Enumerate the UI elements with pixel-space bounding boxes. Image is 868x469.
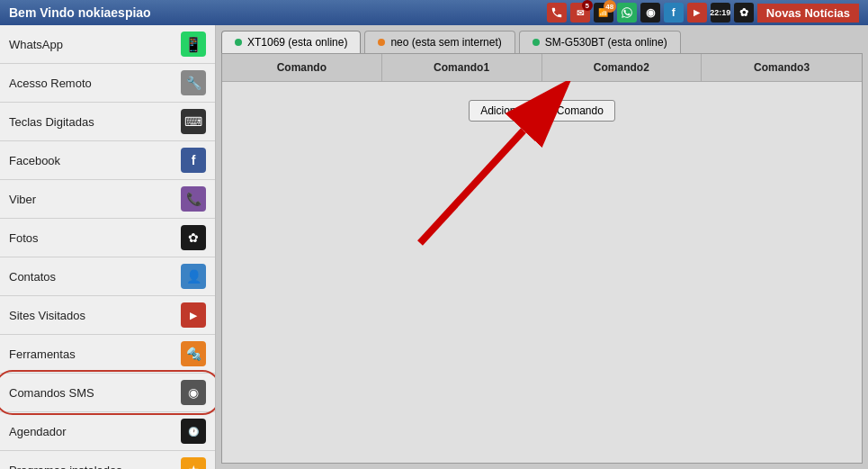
sidebar-label-sites-visitados: Sites Visitados (9, 309, 181, 322)
table-header-row: ComandoComando1Comando2Comando3 (222, 54, 862, 82)
tabs-bar: XT1069 (esta online)neo (esta sem intern… (216, 25, 868, 53)
whatsapp-header-icon[interactable] (617, 3, 637, 23)
signal-badge-icon[interactable]: 📶48 (594, 3, 613, 23)
sidebar-icon-whatsapp: 📱 (181, 32, 206, 57)
sidebar-icon-comandos-sms: ◉ (181, 380, 206, 405)
sidebar-label-viber: Viber (9, 193, 181, 206)
sidebar-icon-agendador: 🕐 (181, 419, 206, 444)
table-header-comando: Comando (222, 54, 382, 81)
facebook-header-icon[interactable]: f (664, 3, 684, 23)
sidebar-item-comandos-sms[interactable]: Comandos SMS◉ (0, 374, 215, 412)
sidebar-label-agendador: Agendador (9, 425, 181, 438)
sidebar-item-ferramentas[interactable]: Ferramentas🔩 (0, 335, 215, 374)
sidebar-label-facebook: Facebook (9, 154, 181, 167)
sidebar-label-ferramentas: Ferramentas (9, 347, 181, 361)
sidebar-icon-sites-visitados: ▶ (181, 302, 206, 328)
table-body: Adicionar Novo Comando (222, 82, 862, 140)
sidebar-label-acesso-remoto: Acesso Remoto (9, 77, 181, 90)
youtube-header-icon[interactable]: ▶ (687, 3, 707, 23)
tab-xt1069-label: XT1069 (esta online) (247, 36, 347, 49)
playboy-header-icon[interactable]: ✿ (734, 3, 754, 23)
header-title: Bem Vindo nokiaespiao (9, 5, 151, 20)
sidebar-item-sites-visitados[interactable]: Sites Visitados▶ (0, 296, 215, 335)
sidebar-item-whatsapp[interactable]: WhatsApp📱 (0, 25, 215, 64)
novas-noticias-label: Novas Notícias (757, 4, 859, 23)
sidebar-item-agendador[interactable]: Agendador🕐 (0, 412, 215, 451)
svg-line-1 (420, 131, 523, 243)
sidebar-item-contatos[interactable]: Contatos👤 (0, 257, 215, 296)
tab-sm-g530bt-label: SM-G530BT (esta online) (545, 36, 667, 49)
sidebar-label-comandos-sms: Comandos SMS (9, 386, 181, 400)
header: Bem Vindo nokiaespiao ✉5 📶48 ◉ f ▶ 22:19… (0, 0, 868, 25)
sidebar-icon-ferramentas: 🔩 (181, 341, 206, 366)
sidebar-item-fotos[interactable]: Fotos✿ (0, 219, 215, 257)
phone-icon[interactable] (547, 3, 567, 23)
sidebar-label-contatos: Contatos (9, 270, 181, 284)
main-layout: WhatsApp📱Acesso Remoto🔧Teclas Digitadas⌨… (0, 25, 868, 469)
camera-header-icon[interactable]: ◉ (640, 3, 660, 23)
tab-neo-label: neo (esta sem internet) (390, 36, 501, 49)
tab-neo[interactable]: neo (esta sem internet) (364, 31, 515, 53)
sidebar-item-programas-instalados[interactable]: Programas instalados★ (0, 451, 215, 469)
add-command-button[interactable]: Adicionar Novo Comando (469, 100, 615, 122)
sidebar-item-viber[interactable]: Viber📞 (0, 180, 215, 219)
tab-xt1069[interactable]: XT1069 (esta online) (221, 31, 361, 53)
header-icons: ✉5 📶48 ◉ f ▶ 22:19 ✿ Novas Notícias (547, 3, 859, 23)
sidebar-icon-programas-instalados: ★ (181, 457, 206, 469)
sidebar-label-whatsapp: WhatsApp (9, 38, 181, 51)
table-header-comando2: Comando2 (542, 54, 702, 81)
sidebar-icon-contatos: 👤 (181, 264, 206, 289)
clock-header-icon: 22:19 (711, 3, 730, 23)
sidebar-label-teclas-digitadas: Teclas Digitadas (9, 115, 181, 129)
commands-table-area: ComandoComando1Comando2Comando3 Adiciona… (221, 53, 863, 464)
sidebar-item-facebook[interactable]: Facebookf (0, 141, 215, 180)
sidebar-item-acesso-remoto[interactable]: Acesso Remoto🔧 (0, 64, 215, 103)
tab-sm-g530bt[interactable]: SM-G530BT (esta online) (519, 31, 681, 53)
table-header-comando3: Comando3 (702, 54, 862, 81)
sidebar-icon-teclas-digitadas: ⌨ (181, 109, 206, 134)
sidebar: WhatsApp📱Acesso Remoto🔧Teclas Digitadas⌨… (0, 25, 216, 469)
sidebar-icon-viber: 📞 (181, 186, 206, 212)
sidebar-icon-acesso-remoto: 🔧 (181, 70, 206, 95)
sidebar-icon-fotos: ✿ (181, 225, 206, 250)
content-area: XT1069 (esta online)neo (esta sem intern… (216, 25, 868, 469)
message-badge-icon[interactable]: ✉5 (570, 3, 590, 23)
sidebar-icon-facebook: f (181, 148, 206, 173)
table-header-comando1: Comando1 (382, 54, 542, 81)
tab-neo-dot (378, 39, 385, 46)
tab-xt1069-dot (235, 39, 242, 46)
sidebar-label-programas-instalados: Programas instalados (9, 464, 181, 470)
sidebar-item-teclas-digitadas[interactable]: Teclas Digitadas⌨ (0, 103, 215, 141)
sidebar-label-fotos: Fotos (9, 231, 181, 245)
tab-sm-g530bt-dot (532, 39, 540, 46)
